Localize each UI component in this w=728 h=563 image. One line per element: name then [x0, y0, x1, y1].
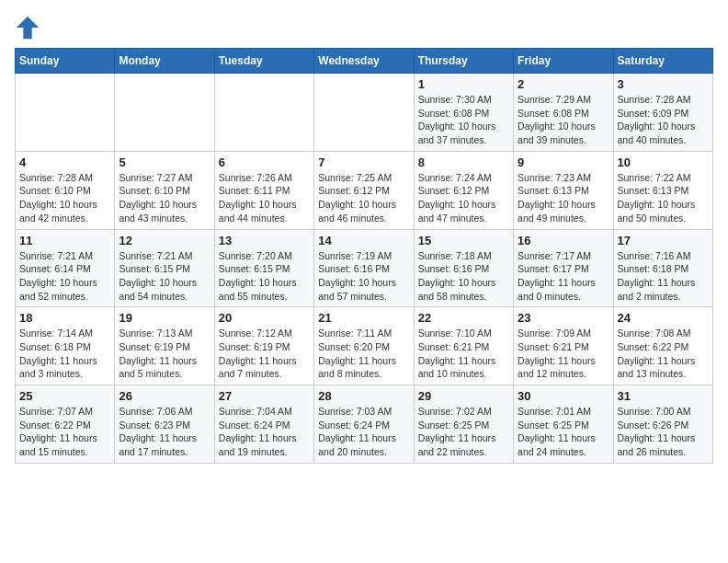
calendar-cell: 21Sunrise: 7:11 AMSunset: 6:20 PMDayligh…	[314, 307, 414, 385]
day-info: Sunrise: 7:17 AMSunset: 6:17 PMDaylight:…	[518, 249, 609, 304]
page-header	[15, 15, 713, 40]
day-number: 31	[618, 389, 709, 403]
calendar-cell: 6Sunrise: 7:26 AMSunset: 6:11 PMDaylight…	[214, 151, 313, 229]
day-info: Sunrise: 7:07 AMSunset: 6:22 PMDaylight:…	[19, 405, 110, 459]
day-number: 2	[518, 77, 609, 91]
day-number: 6	[219, 155, 310, 169]
header-row: SundayMondayTuesdayWednesdayThursdayFrid…	[16, 49, 713, 74]
day-info: Sunrise: 7:10 AMSunset: 6:21 PMDaylight:…	[418, 327, 509, 381]
day-number: 26	[119, 389, 210, 403]
day-number: 24	[618, 311, 709, 325]
calendar-cell: 31Sunrise: 7:00 AMSunset: 6:26 PMDayligh…	[613, 385, 712, 464]
calendar-cell: 9Sunrise: 7:23 AMSunset: 6:13 PMDaylight…	[514, 151, 613, 229]
day-number: 16	[518, 234, 609, 247]
week-row-2: 11Sunrise: 7:21 AMSunset: 6:14 PMDayligh…	[16, 229, 713, 307]
day-info: Sunrise: 7:28 AMSunset: 6:09 PMDaylight:…	[618, 93, 709, 147]
day-number: 30	[518, 389, 609, 403]
day-info: Sunrise: 7:12 AMSunset: 6:19 PMDaylight:…	[219, 327, 310, 381]
calendar-cell: 11Sunrise: 7:21 AMSunset: 6:14 PMDayligh…	[16, 229, 115, 307]
calendar-cell: 4Sunrise: 7:28 AMSunset: 6:10 PMDaylight…	[16, 151, 115, 229]
calendar-cell: 30Sunrise: 7:01 AMSunset: 6:25 PMDayligh…	[514, 385, 613, 464]
day-number: 3	[618, 77, 709, 91]
day-info: Sunrise: 7:25 AMSunset: 6:12 PMDaylight:…	[318, 171, 409, 225]
calendar-cell	[16, 74, 115, 152]
day-info: Sunrise: 7:02 AMSunset: 6:25 PMDaylight:…	[418, 405, 509, 459]
calendar-cell: 19Sunrise: 7:13 AMSunset: 6:19 PMDayligh…	[115, 307, 214, 385]
day-number: 27	[219, 389, 310, 403]
day-number: 4	[19, 155, 110, 169]
day-info: Sunrise: 7:08 AMSunset: 6:22 PMDaylight:…	[618, 327, 709, 381]
calendar-cell: 3Sunrise: 7:28 AMSunset: 6:09 PMDaylight…	[613, 74, 712, 152]
day-number: 1	[418, 77, 509, 91]
day-info: Sunrise: 7:03 AMSunset: 6:24 PMDaylight:…	[318, 405, 409, 459]
logo-icon	[15, 15, 40, 40]
week-row-4: 25Sunrise: 7:07 AMSunset: 6:22 PMDayligh…	[16, 385, 713, 464]
day-info: Sunrise: 7:21 AMSunset: 6:15 PMDaylight:…	[119, 249, 210, 304]
calendar-header: SundayMondayTuesdayWednesdayThursdayFrid…	[16, 49, 713, 74]
calendar-cell: 15Sunrise: 7:18 AMSunset: 6:16 PMDayligh…	[414, 229, 513, 307]
header-day-thursday: Thursday	[414, 49, 513, 74]
calendar-cell: 28Sunrise: 7:03 AMSunset: 6:24 PMDayligh…	[314, 385, 414, 464]
day-number: 13	[219, 234, 310, 247]
day-number: 14	[318, 234, 409, 247]
day-info: Sunrise: 7:09 AMSunset: 6:21 PMDaylight:…	[518, 327, 609, 381]
calendar-cell	[115, 74, 214, 152]
day-number: 29	[418, 389, 509, 403]
day-number: 23	[518, 311, 609, 325]
day-info: Sunrise: 7:06 AMSunset: 6:23 PMDaylight:…	[119, 405, 210, 459]
day-number: 5	[119, 155, 210, 169]
calendar-cell: 23Sunrise: 7:09 AMSunset: 6:21 PMDayligh…	[514, 307, 613, 385]
calendar-cell: 22Sunrise: 7:10 AMSunset: 6:21 PMDayligh…	[414, 307, 513, 385]
header-day-wednesday: Wednesday	[314, 49, 414, 74]
day-number: 28	[318, 389, 409, 403]
day-info: Sunrise: 7:26 AMSunset: 6:11 PMDaylight:…	[219, 171, 310, 225]
day-number: 9	[518, 155, 609, 169]
day-info: Sunrise: 7:23 AMSunset: 6:13 PMDaylight:…	[518, 171, 609, 225]
header-day-sunday: Sunday	[16, 49, 115, 74]
day-info: Sunrise: 7:20 AMSunset: 6:15 PMDaylight:…	[219, 249, 310, 304]
day-info: Sunrise: 7:22 AMSunset: 6:13 PMDaylight:…	[618, 171, 709, 225]
day-number: 12	[119, 234, 210, 247]
header-day-tuesday: Tuesday	[214, 49, 313, 74]
calendar-cell: 20Sunrise: 7:12 AMSunset: 6:19 PMDayligh…	[214, 307, 313, 385]
calendar-cell: 14Sunrise: 7:19 AMSunset: 6:16 PMDayligh…	[314, 229, 414, 307]
day-number: 8	[418, 155, 509, 169]
calendar-cell: 13Sunrise: 7:20 AMSunset: 6:15 PMDayligh…	[214, 229, 313, 307]
day-number: 21	[318, 311, 409, 325]
day-info: Sunrise: 7:11 AMSunset: 6:20 PMDaylight:…	[318, 327, 409, 381]
day-info: Sunrise: 7:28 AMSunset: 6:10 PMDaylight:…	[19, 171, 110, 225]
calendar-cell: 17Sunrise: 7:16 AMSunset: 6:18 PMDayligh…	[613, 229, 712, 307]
day-number: 18	[19, 311, 110, 325]
day-number: 25	[19, 389, 110, 403]
calendar-cell: 25Sunrise: 7:07 AMSunset: 6:22 PMDayligh…	[16, 385, 115, 464]
calendar-cell: 7Sunrise: 7:25 AMSunset: 6:12 PMDaylight…	[314, 151, 414, 229]
day-info: Sunrise: 7:19 AMSunset: 6:16 PMDaylight:…	[318, 249, 409, 304]
day-info: Sunrise: 7:27 AMSunset: 6:10 PMDaylight:…	[119, 171, 210, 225]
day-number: 11	[19, 234, 110, 247]
day-number: 7	[318, 155, 409, 169]
day-number: 15	[418, 234, 509, 247]
day-info: Sunrise: 7:00 AMSunset: 6:26 PMDaylight:…	[618, 405, 709, 459]
week-row-3: 18Sunrise: 7:14 AMSunset: 6:18 PMDayligh…	[16, 307, 713, 385]
day-info: Sunrise: 7:24 AMSunset: 6:12 PMDaylight:…	[418, 171, 509, 225]
logo	[15, 15, 44, 40]
calendar-cell: 8Sunrise: 7:24 AMSunset: 6:12 PMDaylight…	[414, 151, 513, 229]
header-day-saturday: Saturday	[613, 49, 712, 74]
day-info: Sunrise: 7:04 AMSunset: 6:24 PMDaylight:…	[219, 405, 310, 459]
day-info: Sunrise: 7:01 AMSunset: 6:25 PMDaylight:…	[518, 405, 609, 459]
day-info: Sunrise: 7:29 AMSunset: 6:08 PMDaylight:…	[518, 93, 609, 147]
day-info: Sunrise: 7:18 AMSunset: 6:16 PMDaylight:…	[418, 249, 509, 304]
calendar-cell: 18Sunrise: 7:14 AMSunset: 6:18 PMDayligh…	[16, 307, 115, 385]
calendar-cell	[314, 74, 414, 152]
day-info: Sunrise: 7:30 AMSunset: 6:08 PMDaylight:…	[418, 93, 509, 147]
day-info: Sunrise: 7:21 AMSunset: 6:14 PMDaylight:…	[19, 249, 110, 304]
svg-marker-0	[17, 17, 39, 39]
calendar-cell: 12Sunrise: 7:21 AMSunset: 6:15 PMDayligh…	[115, 229, 214, 307]
week-row-1: 4Sunrise: 7:28 AMSunset: 6:10 PMDaylight…	[16, 151, 713, 229]
day-number: 10	[618, 155, 709, 169]
calendar-cell: 1Sunrise: 7:30 AMSunset: 6:08 PMDaylight…	[414, 74, 513, 152]
day-number: 20	[219, 311, 310, 325]
week-row-0: 1Sunrise: 7:30 AMSunset: 6:08 PMDaylight…	[16, 74, 713, 152]
calendar-cell: 2Sunrise: 7:29 AMSunset: 6:08 PMDaylight…	[514, 74, 613, 152]
day-info: Sunrise: 7:16 AMSunset: 6:18 PMDaylight:…	[618, 249, 709, 304]
